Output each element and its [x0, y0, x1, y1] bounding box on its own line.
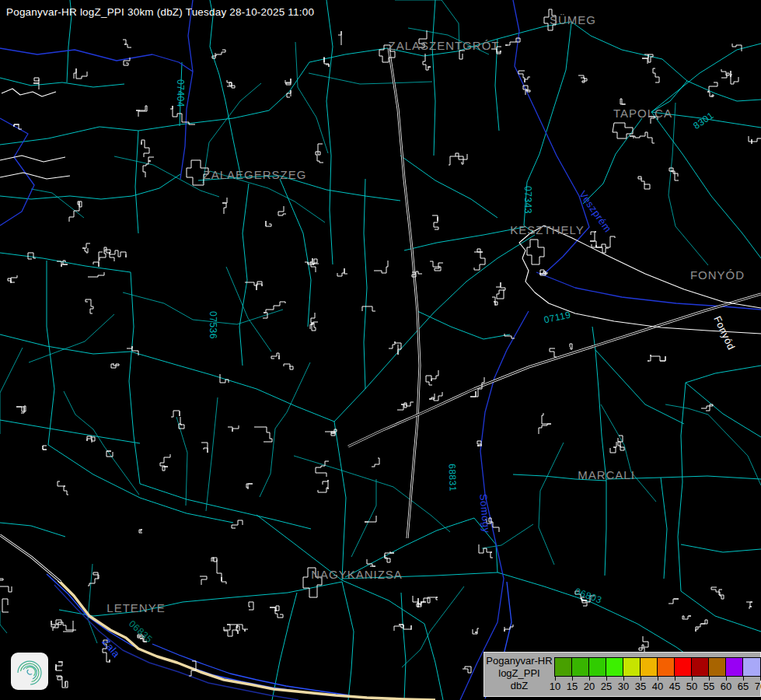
- city-label: FONYÓD: [690, 268, 745, 282]
- settlement-outline: [271, 353, 279, 359]
- minor-road: [31, 189, 84, 218]
- dbz-tick-label: 35: [635, 681, 646, 692]
- settlement-outline: [362, 306, 375, 311]
- settlement-outline: [200, 576, 207, 585]
- settlement-outline: [374, 261, 388, 273]
- minor-road: [226, 267, 271, 352]
- settlement-outline: [33, 78, 39, 89]
- dbz-tick-label: 55: [703, 681, 714, 692]
- settlement-outline: [278, 206, 286, 215]
- settlement-outline: [69, 201, 82, 222]
- settlement-outline: [721, 69, 729, 78]
- settlement-outline: [0, 579, 12, 592]
- road-number-label: 07404: [175, 79, 186, 107]
- settlement-outline: [474, 249, 485, 270]
- settlement-outline: [127, 346, 138, 355]
- settlement-outline: [337, 268, 347, 276]
- radar-map-view: SÜMEGZALASZENTGRÓTTAPOLCAZALAEGERSZEGKES…: [0, 0, 761, 700]
- settlement-outline: [570, 344, 572, 349]
- radar-title: Poganyvar-HR logZ_PPI 30km (dbZ) Tuesday…: [6, 6, 314, 18]
- city-label: SÜMEG: [550, 13, 596, 26]
- settlement-outline: [365, 516, 376, 522]
- settlement-outline: [56, 662, 63, 670]
- settlement-outline: [630, 132, 655, 143]
- minor-road: [665, 404, 761, 485]
- settlement-outline: [123, 40, 131, 47]
- minor-road: [539, 443, 564, 565]
- settlement-outline: [638, 177, 650, 189]
- settlement-outline: [93, 252, 103, 267]
- settlement-outline: [701, 404, 713, 411]
- settlement-outline: [707, 82, 717, 97]
- dbz-color-swatch: [692, 658, 709, 676]
- road-number-label: 68831: [446, 464, 458, 492]
- minor-road: [206, 397, 218, 511]
- settlement-outline: [58, 481, 68, 495]
- dbz-tick-label: 15: [567, 681, 578, 692]
- settlement-outline: [88, 272, 104, 277]
- legend-panel: Poganyvar-HR logZ_PPI dbZ 10152025303540…: [483, 652, 761, 697]
- settlement-outline: [711, 587, 724, 599]
- dbz-color-swatch: [726, 658, 743, 676]
- settlement-outline: [413, 596, 421, 607]
- dbz-colorbar: [554, 657, 761, 677]
- dbz-color-swatch: [555, 658, 572, 676]
- minor-road: [309, 73, 432, 84]
- dbz-color-swatch: [589, 658, 606, 676]
- settlement-outline: [389, 341, 401, 355]
- settlement-outline: [217, 559, 226, 584]
- settlement-outline: [590, 232, 609, 253]
- settlement-outline: [245, 282, 262, 290]
- dbz-tick-label: 65: [738, 681, 749, 692]
- city-label: ZALAEGERSZEG: [204, 168, 307, 181]
- settlement-outline: [211, 558, 217, 562]
- settlement-outline: [731, 71, 738, 84]
- settlement-outline: [270, 606, 283, 618]
- city-label: TAPOLCA: [613, 107, 672, 120]
- road-number-label: 07343: [522, 186, 533, 214]
- dbz-tick-label: 25: [601, 681, 612, 692]
- settlement-outline: [385, 551, 394, 562]
- minor-road: [601, 404, 656, 502]
- spiral-icon: [11, 653, 48, 690]
- dbz-tick-label: 50: [686, 681, 697, 692]
- legend-station-name: Poganyvar-HR: [485, 655, 553, 667]
- minor-road: [0, 348, 23, 434]
- dbz-tick-label: 10: [550, 681, 560, 692]
- settlement-outline: [139, 530, 142, 533]
- minor-road: [0, 611, 7, 633]
- settlement-outline: [325, 429, 337, 436]
- dbz-color-swatch: [572, 658, 589, 676]
- settlement-outline: [539, 413, 551, 434]
- minor-road: [29, 314, 114, 362]
- settlement-outline: [648, 355, 665, 361]
- city-label: NAGYKANIZSA: [311, 568, 403, 581]
- settlement-outline: [88, 572, 99, 586]
- settlement-outline: [338, 31, 341, 45]
- settlement-outline: [653, 68, 659, 82]
- settlement-outline: [305, 258, 319, 264]
- settlement-outline: [449, 153, 467, 165]
- legend-station-block: Poganyvar-HR logZ_PPI dbZ: [485, 655, 553, 692]
- settlement-outline: [459, 51, 465, 59]
- settlement-outline: [228, 425, 239, 432]
- settlement-outline: [316, 144, 323, 163]
- dbz-color-swatch: [658, 658, 675, 676]
- settlement-outline: [86, 299, 93, 313]
- dbz-color-swatch: [675, 658, 692, 676]
- settlement-outline: [171, 411, 180, 417]
- settlement-outline: [749, 136, 761, 144]
- settlement-outline: [201, 443, 208, 453]
- settlement-outline: [421, 597, 438, 603]
- city-label: LETENYE: [106, 601, 165, 614]
- minor-road: [351, 479, 376, 557]
- settlement-outline: [473, 628, 479, 634]
- settlement-outline: [43, 446, 47, 450]
- minor-road: [123, 292, 283, 324]
- dbz-color-swatch: [709, 658, 726, 676]
- settlement-outline: [518, 71, 530, 82]
- minor-road: [295, 42, 328, 153]
- settlement-outline: [8, 275, 17, 283]
- settlement-outline: [285, 79, 291, 85]
- settlement-outline: [287, 90, 291, 97]
